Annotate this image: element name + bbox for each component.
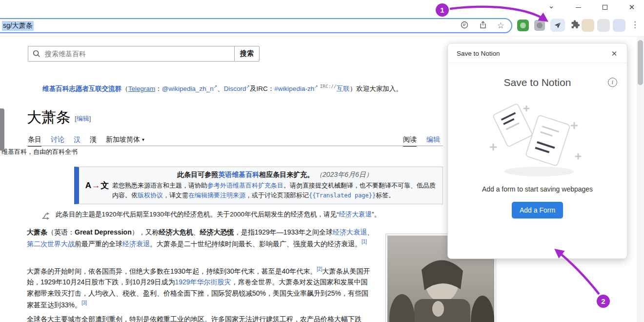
variant-label: 新加坡简体: [106, 135, 140, 144]
close-button[interactable]: ✕: [624, 0, 639, 14]
inline-link[interactable]: 互联: [337, 85, 350, 92]
text-run: ）: [350, 85, 357, 92]
text-run: ↗: [246, 84, 250, 89]
popup-title: Save to Notion: [448, 77, 627, 88]
wiki-search-input[interactable]: [28, 46, 234, 62]
edit-link-label[interactable]: 编辑: [77, 115, 89, 122]
browser-menu-icon[interactable]: ⋮: [631, 20, 639, 30]
edit-section-link[interactable]: [编辑]: [75, 114, 91, 125]
save-to-notion-extension-button[interactable]: [550, 19, 565, 32]
inline-link[interactable]: 经济大衰退: [339, 211, 372, 218]
tab-variant-hans[interactable]: 汉: [74, 133, 80, 146]
text-run: 此条目可参照: [177, 171, 218, 178]
site-tagline: 维基百科，自由的百科全书: [1, 148, 78, 156]
wiki-search-button[interactable]: 搜索: [234, 46, 260, 62]
inline-link[interactable]: 经济衰退: [122, 239, 150, 247]
community-notice: 维基百科志愿者互联交流群（Telegram：@wikipedia_zh_n↗、D…: [0, 84, 445, 93]
text-run: （英语：: [47, 228, 75, 236]
text-run: {{Translated page}}: [309, 192, 376, 199]
inline-link[interactable]: Discord: [224, 85, 246, 92]
text-run: ，是指1929年—1933年之间全球: [234, 228, 333, 236]
inline-link[interactable]: [2]: [317, 266, 322, 272]
text-run: 欢迎大家加入。: [356, 85, 402, 92]
paragraph-2: 大萧条的开始时间，依各国而异，但绝大多数在1930年起，持续到30年代末，甚至是…: [27, 265, 374, 310]
inline-link[interactable]: 版权协议: [138, 192, 163, 199]
text-run: 经济大危机: [159, 228, 193, 236]
inline-link[interactable]: [1]: [362, 239, 367, 244]
tab-talk[interactable]: 讨论: [51, 133, 64, 146]
page-title: 大萧条: [27, 109, 71, 125]
avatar[interactable]: [582, 19, 594, 32]
text-run: Great Depression: [75, 228, 132, 236]
expand-notice-line1: 此条目可参照英语维基百科相应条目来扩充。 （2023年6月6日）: [112, 171, 438, 179]
tabs-right-group: 阅读 编辑: [403, 133, 440, 146]
inline-link[interactable]: Telegram: [128, 85, 156, 92]
tab-variant-hant[interactable]: 漢: [90, 133, 97, 146]
minimize-button[interactable]: [571, 0, 585, 14]
window-controls: ⌄ ✕: [544, 0, 639, 15]
annotation-step-2-badge: 2: [597, 295, 610, 308]
extension-icon-gray[interactable]: [534, 20, 545, 31]
address-bar[interactable]: sg/大萧条 ☆: [0, 18, 512, 33]
extension-icon-green[interactable]: [517, 20, 529, 31]
profile-avatars: [582, 19, 625, 32]
text-run: 大萧条: [27, 228, 47, 236]
popup-caption: Add a form to start saving webpages: [448, 185, 627, 193]
text-run: （2023年6月6日）: [316, 171, 373, 178]
documents-illustration: [482, 97, 594, 180]
translate-icon-arrow: →: [92, 181, 100, 191]
inline-link[interactable]: 参考外语维基百科扩充条目: [207, 182, 283, 189]
inline-link[interactable]: 第二次世界大战: [27, 239, 75, 247]
text-run: ，译文需: [163, 192, 188, 199]
tab-read[interactable]: 阅读: [403, 133, 417, 147]
inline-link[interactable]: 维基百科志愿者互联交流群: [42, 85, 121, 92]
bookmark-star-icon[interactable]: ☆: [497, 21, 504, 30]
tab-article[interactable]: 条目: [28, 133, 41, 147]
text-run: ”。: [372, 211, 381, 218]
hatnote: 此条目的主题是1920年代后期至1930年代的经济危机。关于2000年代后期发生…: [41, 210, 426, 222]
inline-link[interactable]: @wikipedia_zh_n: [162, 85, 214, 92]
paragraph-3: 全球各大主要城市全部遭到重创，特别是依赖重工业的地区。许多国家无法进行建筑工程，…: [27, 314, 374, 322]
minimize-icon: [576, 7, 581, 8]
variant-selector[interactable]: 新加坡简体▾: [106, 133, 144, 146]
add-a-form-button[interactable]: Add a Form: [512, 202, 563, 218]
translate-icon-wen: 文: [101, 180, 109, 191]
page-scrollbar[interactable]: [637, 37, 644, 322]
text-run: 前最严重的全球: [75, 239, 122, 247]
popup-close-icon[interactable]: ✕: [608, 48, 620, 60]
paper-plane-icon: [554, 21, 562, 29]
extensions-puzzle-icon[interactable]: [570, 20, 580, 31]
text-run: 此条目的主题是1920年代后期至1930年代的经济危机。关于2000年代后期发生…: [56, 211, 339, 218]
tab-edit[interactable]: 编辑: [426, 133, 440, 146]
popup-header: Save to Notion ✕: [448, 43, 627, 63]
article-tabs: 条目 讨论 汉 漢 新加坡简体▾ 阅读 编辑: [27, 133, 443, 146]
reading-mode-icon[interactable]: [460, 21, 469, 31]
avatar[interactable]: [597, 19, 610, 32]
avatar[interactable]: [613, 19, 625, 32]
tab-search-button[interactable]: ⌄: [544, 0, 559, 14]
inline-link[interactable]: 在编辑摘要注明来源: [188, 192, 245, 199]
chevron-down-icon: ⌄: [548, 1, 555, 10]
share-icon[interactable]: [479, 21, 487, 31]
inline-link[interactable]: #wikipedia-zh: [274, 85, 314, 92]
inline-link[interactable]: 经济大衰退: [333, 228, 367, 236]
url-selected-text[interactable]: sg/大萧条: [2, 21, 34, 31]
inline-link[interactable]: 1929年华尔街股灾: [175, 278, 231, 286]
text-run: 、: [217, 85, 224, 92]
text-run: 。大萧条是二十世纪持续时间最长、影响最广、强度最大的经济衰退。: [150, 239, 362, 247]
caret-down-icon: ▾: [142, 137, 144, 142]
text-run: 标签。: [376, 192, 395, 199]
translate-icon: A→文: [82, 171, 112, 200]
left-scrollbar-artifact[interactable]: [0, 108, 4, 150]
bracket: ]: [89, 115, 91, 122]
translate-icon-a: A: [85, 181, 91, 191]
info-icon[interactable]: i: [608, 78, 617, 87]
close-icon: ✕: [629, 3, 635, 12]
browser-toolbar: sg/大萧条 ☆ ⋮: [0, 15, 644, 37]
inline-link[interactable]: 英语维基百科: [218, 171, 259, 178]
inline-link[interactable]: [3]: [81, 300, 87, 305]
maximize-icon: [603, 5, 607, 10]
scrollbar-thumb[interactable]: [638, 40, 643, 85]
popup-header-title: Save to Notion: [457, 50, 500, 57]
maximize-button[interactable]: [598, 0, 612, 14]
